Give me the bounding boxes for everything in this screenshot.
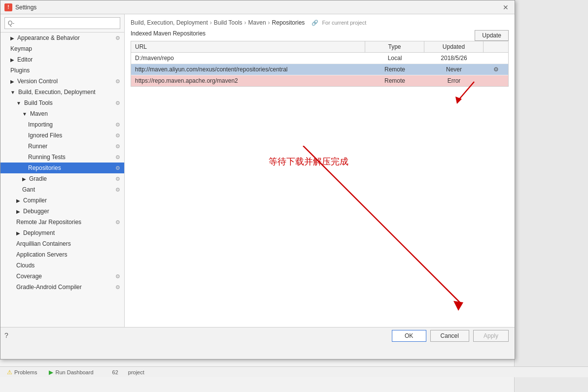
background-panel [514, 0, 588, 392]
settings-icon: ⚙ [115, 132, 120, 139]
settings-icon: ⚙ [115, 273, 120, 280]
col-header-url: URL [131, 41, 365, 52]
settings-icon: ⚙ [115, 154, 120, 161]
sidebar-label: Ignored Files [28, 132, 62, 139]
sidebar-label: Build, Execution, Deployment [18, 89, 96, 96]
sidebar-item-gradle-android[interactable]: Gradle-Android Compiler ⚙ [0, 282, 124, 293]
app-icon: ! [4, 3, 12, 11]
sidebar-item-editor[interactable]: ▶ Editor [0, 54, 124, 65]
collapse-icon: ▶ [16, 230, 20, 236]
collapse-icon: ▼ [22, 111, 27, 117]
cell-action [484, 53, 508, 64]
table-row[interactable]: http://maven.aliyun.com/nexus/content/re… [131, 64, 508, 75]
cell-type: Remote [365, 75, 424, 86]
sidebar-item-version-control[interactable]: ▶ Version Control ⚙ [0, 76, 124, 87]
cell-url: D:/maven/repo [131, 53, 365, 64]
title-bar: ! Settings ✕ [0, 0, 515, 14]
collapse-icon: ▶ [16, 198, 20, 203]
col-header-updated: Updated [424, 41, 484, 52]
sidebar-label: Runner [28, 143, 47, 150]
sidebar-item-plugins[interactable]: Plugins [0, 65, 124, 76]
settings-dialog: ! Settings ✕ ▶ Appearance & Behavior ⚙ [0, 0, 515, 359]
sidebar-item-running-tests[interactable]: Running Tests ⚙ [0, 152, 124, 163]
section-title: Indexed Maven Repositories [131, 30, 206, 37]
title-bar-left: ! Settings [4, 3, 36, 11]
sidebar-item-remote-jar-repos[interactable]: Remote Jar Repositories ⚙ [0, 217, 124, 228]
apply-button[interactable]: Apply [473, 330, 509, 342]
search-box [0, 14, 124, 33]
settings-icon: ⚙ [115, 143, 120, 150]
sidebar-item-ignored-files[interactable]: Ignored Files ⚙ [0, 130, 124, 141]
section-header: Indexed Maven Repositories Update [131, 30, 509, 41]
settings-icon: ⚙ [115, 219, 120, 226]
collapse-icon: ▶ [10, 57, 14, 63]
sidebar: ▶ Appearance & Behavior ⚙ Keymap ▶ Edito… [0, 14, 125, 327]
tab-run-dashboard[interactable]: ▶ Run Dashboard [46, 368, 96, 377]
search-input[interactable] [4, 17, 120, 29]
collapse-icon: ▼ [10, 90, 15, 95]
svg-marker-3 [453, 301, 463, 311]
sidebar-item-debugger[interactable]: ▶ Debugger [0, 206, 124, 217]
update-button[interactable]: Update [475, 30, 509, 41]
table-header: URL Type Updated [131, 41, 508, 53]
sidebar-item-appearance[interactable]: ▶ Appearance & Behavior ⚙ [0, 33, 124, 43]
settings-icon: ⚙ [115, 176, 120, 182]
sidebar-item-repositories[interactable]: Repositories ⚙ [0, 163, 124, 173]
red-arrow-2 [254, 146, 500, 318]
table-row[interactable]: https://repo.maven.apache.org/maven2 Rem… [131, 75, 508, 86]
sidebar-item-runner[interactable]: Runner ⚙ [0, 141, 124, 152]
sidebar-item-keymap[interactable]: Keymap [0, 43, 124, 54]
cell-type: Remote [365, 64, 424, 75]
window: ! Settings ✕ ▶ Appearance & Behavior ⚙ [0, 0, 588, 392]
svg-line-2 [303, 146, 461, 303]
collapse-icon: ▶ [16, 209, 20, 214]
sidebar-item-gradle[interactable]: ▶ Gradle ⚙ [0, 173, 124, 184]
cancel-button[interactable]: Cancel [430, 330, 469, 342]
sidebar-item-deployment[interactable]: ▶ Deployment [0, 228, 124, 238]
close-button[interactable]: ✕ [501, 2, 511, 12]
sidebar-label: Importing [28, 121, 53, 128]
collapse-icon: ▶ [22, 176, 26, 182]
tab-problems[interactable]: ⚠ Problems [4, 368, 40, 377]
warning-icon: ⚠ [7, 369, 12, 376]
sidebar-item-arquillian[interactable]: Arquillian Containers [0, 238, 124, 249]
sidebar-item-compiler[interactable]: ▶ Compiler [0, 195, 124, 206]
sidebar-item-app-servers[interactable]: Application Servers [0, 249, 124, 260]
settings-icon: ⚙ [115, 78, 120, 85]
annotation-text: 等待下载并解压完成 [269, 156, 348, 167]
settings-icon: ⚙ [115, 165, 120, 171]
sidebar-label: Remote Jar Repositories [16, 219, 81, 226]
ok-button[interactable]: OK [392, 330, 426, 342]
collapse-icon: ▶ [10, 35, 14, 41]
problems-bar: ⚠ Problems ▶ Run Dashboard 62 project [0, 366, 588, 377]
for-project-label: 🔗 For current project [311, 20, 366, 26]
settings-icon: ⚙ [115, 35, 120, 41]
svg-marker-1 [455, 97, 462, 104]
right-panel: Build, Execution, Deployment › Build Too… [125, 14, 515, 327]
breadcrumb-part-2: Build Tools [214, 19, 242, 26]
dialog-footer: OK Cancel Apply [0, 327, 515, 344]
cell-action[interactable]: ⚙ [484, 64, 508, 75]
cell-updated: Error [424, 75, 484, 86]
sidebar-item-build-execution-deployment[interactable]: ▼ Build, Execution, Deployment [0, 87, 124, 98]
sidebar-item-importing[interactable]: Importing ⚙ [0, 119, 124, 130]
sidebar-item-coverage[interactable]: Coverage ⚙ [0, 271, 124, 282]
sidebar-item-gant[interactable]: Gant ⚙ [0, 184, 124, 195]
breadcrumb-part-3: Maven [248, 19, 266, 26]
collapse-icon: ▶ [10, 79, 14, 84]
annotation-area: 等待下载并解压完成 [131, 87, 509, 322]
breadcrumb-part-4: Repositories [272, 19, 305, 26]
sidebar-item-maven[interactable]: ▼ Maven [0, 108, 124, 119]
repo-table: URL Type Updated D:/maven/repo Local 201… [131, 41, 509, 87]
breadcrumb: Build, Execution, Deployment › Build Too… [131, 19, 509, 26]
sidebar-label: Keymap [10, 45, 32, 52]
breadcrumb-part-1: Build, Execution, Deployment [131, 19, 208, 26]
sidebar-item-clouds[interactable]: Clouds [0, 260, 124, 271]
sidebar-item-build-tools[interactable]: ▼ Build Tools ⚙ [0, 98, 124, 108]
sidebar-label: Gant [22, 186, 35, 193]
table-row[interactable]: D:/maven/repo Local 2018/5/26 [131, 53, 508, 64]
cell-action [484, 75, 508, 86]
col-header-action [484, 41, 508, 52]
sidebar-label: Running Tests [28, 154, 66, 161]
cell-updated: Never [424, 64, 484, 75]
